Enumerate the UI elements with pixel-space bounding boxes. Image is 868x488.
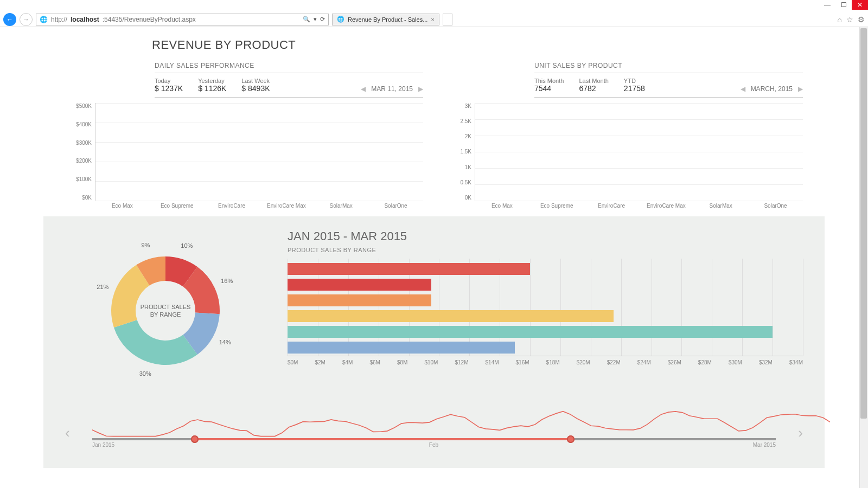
new-tab-button[interactable] — [443, 14, 452, 25]
unit-metric-label-0: This Month — [534, 78, 564, 84]
sparkline — [92, 412, 830, 436]
hbar-x-label: $16M — [516, 359, 529, 365]
browser-tab[interactable]: 🌐 Revenue By Product - Sales... × — [332, 14, 439, 25]
unit-metric-value-0: 7544 — [534, 84, 564, 93]
tab-favicon-icon: 🌐 — [337, 16, 344, 23]
x-axis-label: EnviroCare Max — [259, 201, 314, 209]
daily-prev-button[interactable]: ◀ — [361, 85, 366, 93]
daily-metric-label-2: Last Week — [241, 78, 270, 84]
unit-date-label: MARCH, 2015 — [751, 85, 793, 93]
daily-metric-value-2: $ 8493K — [241, 84, 270, 93]
donut-slice-label: 10% — [181, 242, 193, 249]
scrollbar-thumb[interactable] — [860, 28, 867, 419]
home-icon[interactable]: ⌂ — [838, 15, 842, 24]
range-bars-panel: JAN 2015 - MAR 2015 PRODUCT SALES BY RAN… — [288, 229, 803, 392]
range-section: PRODUCT SALES BY RANGE 10%16%14%30%21%9%… — [43, 216, 825, 468]
forward-button[interactable]: → — [20, 13, 33, 26]
ie-icon: 🌐 — [40, 16, 48, 23]
hbar — [288, 326, 773, 338]
url-host: localhost — [71, 16, 99, 23]
unit-sales-chart: 3K2.5K2K1.5K1K0.5K0K — [445, 98, 803, 201]
x-axis-label: Eco Supreme — [150, 201, 205, 209]
hbar-x-label: $2M — [315, 359, 325, 365]
daily-metric-value-0: $ 1237K — [155, 84, 183, 93]
donut-slice-label: 21% — [97, 284, 108, 290]
daily-metric-value-1: $ 1126K — [198, 84, 226, 93]
hbar-x-label: $24M — [637, 359, 651, 365]
url-prefix: http:// — [51, 16, 67, 23]
unit-metric-value-2: 21758 — [624, 84, 645, 93]
daily-sales-chart: $500K$400K$300K$200K$100K$0K — [65, 98, 423, 201]
unit-metric-label-1: Last Month — [579, 78, 608, 84]
unit-metric-label-2: YTD — [624, 78, 645, 84]
timeline-label-1: Feb — [429, 442, 438, 448]
x-axis-label: SolarMax — [693, 201, 748, 209]
timeline-label-0: Jan 2015 — [92, 442, 114, 448]
range-donut-chart: PRODUCT SALES BY RANGE 10%16%14%30%21%9% — [65, 229, 266, 392]
unit-metric-value-1: 6782 — [579, 84, 608, 93]
window-close-button[interactable]: ✕ — [852, 0, 868, 10]
unit-sales-title: UNIT SALES BY PRODUCT — [534, 62, 803, 69]
window-minimize-button[interactable]: — — [819, 0, 835, 10]
donut-slice-label: 16% — [221, 278, 233, 284]
hbar-x-label: $18M — [546, 359, 560, 365]
donut-slice-label: 9% — [141, 242, 150, 248]
x-axis-label: EnviroCare Max — [639, 201, 693, 209]
window-maximize-button[interactable]: ☐ — [835, 0, 852, 10]
page-viewport: REVENUE BY PRODUCT DAILY SALES PERFORMAN… — [0, 27, 868, 488]
daily-next-button[interactable]: ▶ — [418, 85, 423, 93]
address-bar[interactable]: 🌐 http://localhost:54435/RevenueByProduc… — [36, 14, 329, 25]
unit-sales-panel: UNIT SALES BY PRODUCT This Month7544 Las… — [445, 57, 803, 209]
favorites-icon[interactable]: ☆ — [846, 15, 853, 24]
hbar — [288, 294, 431, 306]
range-subtitle: PRODUCT SALES BY RANGE — [288, 247, 803, 253]
tab-close-button[interactable]: × — [431, 16, 434, 23]
hbar-x-label: $34M — [789, 359, 803, 365]
timeline-labels: Jan 2015 Feb Mar 2015 — [92, 442, 776, 448]
search-dropdown-icon[interactable]: ▾ — [314, 16, 317, 23]
x-axis-label: SolarMax — [314, 201, 368, 209]
search-icon[interactable]: 🔍 — [303, 16, 310, 23]
url-rest: :54435/RevenueByProduct.aspx — [103, 16, 196, 23]
timeline-prev-button[interactable]: ‹ — [65, 425, 70, 441]
timeline-selection — [195, 438, 571, 440]
timeline-track[interactable] — [92, 438, 776, 440]
hbar-x-label: $30M — [729, 359, 742, 365]
page-title: REVENUE BY PRODUCT — [152, 38, 825, 52]
daily-date-label: MAR 11, 2015 — [371, 85, 413, 93]
vertical-scrollbar[interactable] — [859, 27, 868, 488]
hbar-x-label: $8M — [397, 359, 407, 365]
tools-icon[interactable]: ⚙ — [858, 15, 865, 24]
x-axis-label: Eco Max — [95, 201, 150, 209]
hbar-x-label: $20M — [577, 359, 590, 365]
hbar-x-label: $14M — [486, 359, 499, 365]
donut-slice-label: 30% — [139, 370, 151, 377]
browser-toolbar: ← → 🌐 http://localhost:54435/RevenueByPr… — [0, 12, 868, 27]
back-button[interactable]: ← — [3, 13, 16, 26]
daily-metric-label-0: Today — [155, 78, 183, 84]
x-axis-label: SolarOne — [748, 201, 803, 209]
hbar-x-label: $12M — [455, 359, 468, 365]
hbar-x-label: $28M — [698, 359, 712, 365]
daily-metric-label-1: Yesterday — [198, 78, 226, 84]
tab-title: Revenue By Product - Sales... — [348, 16, 427, 23]
hbar — [288, 263, 530, 275]
hbar-x-label: $0M — [288, 359, 298, 365]
hbar-x-label: $22M — [607, 359, 621, 365]
range-title: JAN 2015 - MAR 2015 — [288, 229, 803, 243]
hbar — [288, 342, 515, 354]
unit-prev-button[interactable]: ◀ — [741, 85, 745, 93]
timeline-label-2: Mar 2015 — [753, 442, 776, 448]
x-axis-label: Eco Max — [475, 201, 529, 209]
x-axis-label: EnviroCare — [205, 201, 259, 209]
hbar-x-label: $32M — [759, 359, 773, 365]
unit-next-button[interactable]: ▶ — [798, 85, 803, 93]
x-axis-label: Eco Supreme — [529, 201, 584, 209]
hbar-x-label: $10M — [424, 359, 438, 365]
refresh-icon[interactable]: ⟳ — [320, 16, 325, 23]
hbar-x-label: $4M — [342, 359, 353, 365]
daily-sales-panel: DAILY SALES PERFORMANCE Today$ 1237K Yes… — [65, 57, 423, 209]
window-titlebar: — ☐ ✕ — [0, 0, 868, 12]
daily-sales-title: DAILY SALES PERFORMANCE — [155, 62, 423, 69]
hbar — [288, 310, 614, 322]
